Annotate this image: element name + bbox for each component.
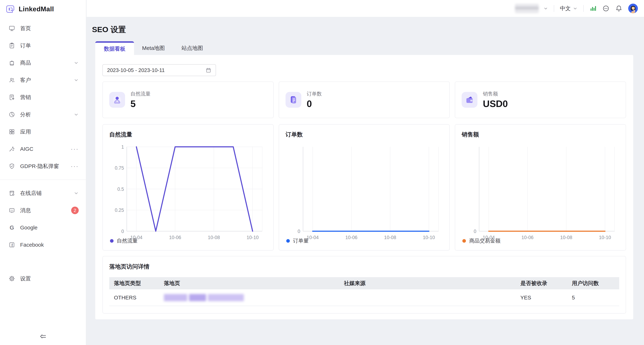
sidebar-nav: 首页 订单 商品 客户 营销 分析 [0, 20, 86, 287]
sidebar-item-customers[interactable]: 客户 [0, 71, 86, 89]
kpi-card-sales: 销售额 USD0 [455, 81, 626, 118]
chevron-down-icon [544, 6, 548, 11]
sidebar-item-label: 客户 [20, 76, 31, 84]
sidebar-item-online-store[interactable]: 在线店铺 [0, 185, 86, 202]
chart-legend: 商品交易金额 [462, 237, 500, 245]
legend-label: 订单量 [293, 237, 309, 245]
svg-text:10-06: 10-06 [345, 235, 358, 240]
marketing-doc-star-icon [8, 94, 15, 100]
smiley-more-icon[interactable] [602, 5, 610, 12]
storefront-icon [8, 190, 15, 196]
landing-page-table: 落地页类型 落地页 社媒来源 是否被收录 用户访问数 OTHERS [109, 277, 619, 306]
language-label: 中文 [560, 5, 571, 12]
chart-title: 订单数 [286, 131, 443, 139]
kpi-label: 订单数 [307, 90, 322, 97]
sidebar-item-products[interactable]: 商品 [0, 54, 86, 71]
sidebar-item-messages[interactable]: 消息 2 [0, 202, 86, 219]
svg-text:0.25: 0.25 [115, 208, 124, 213]
sidebar-item-google[interactable]: G Google [0, 219, 86, 236]
kpi-row: 自然流量 5 订单数 0 [102, 81, 626, 118]
table-header-row: 落地页类型 落地页 社媒来源 是否被收录 用户访问数 [109, 277, 619, 289]
topbar: 中文 [86, 0, 644, 17]
svg-text:G: G [10, 224, 14, 231]
legend-dot [286, 239, 290, 243]
chart-title: 自然流量 [109, 131, 267, 139]
svg-text:10-08: 10-08 [560, 235, 572, 240]
dashboard-panel: 2023-10-05 - 2023-10-11 自然流量 5 [95, 55, 633, 319]
sidebar-item-marketing[interactable]: 营销 [0, 89, 86, 106]
kpi-value: 0 [307, 98, 322, 109]
cell-landing-page [159, 289, 339, 306]
sidebar-item-label: Google [20, 225, 38, 231]
magic-wand-icon [8, 146, 15, 152]
cell-visits: 5 [567, 289, 619, 306]
chart-title: 销售额 [462, 131, 619, 139]
user-icon [109, 92, 125, 108]
logo-row[interactable]: LinkedMall [0, 0, 86, 14]
chevron-down-icon [74, 60, 79, 65]
document-icon [286, 92, 301, 108]
bell-icon[interactable] [615, 5, 622, 12]
sidebar-item-aigc[interactable]: AIGC ··· [0, 140, 86, 158]
table-row: OTHERS YES 5 [109, 289, 619, 306]
landing-page-section-title: 落地页访问详情 [109, 263, 619, 271]
google-icon: G [8, 224, 15, 231]
line-chart-organic-traffic: 00.250.50.75110-0410-0610-0810-10 [109, 140, 267, 241]
language-selector[interactable]: 中文 [560, 5, 578, 12]
svg-text:10-08: 10-08 [384, 235, 396, 240]
unread-count-badge: 2 [71, 207, 79, 214]
sidebar-item-facebook[interactable]: f Facebook [0, 236, 86, 254]
tab-data-dashboard[interactable]: 数据看板 [95, 41, 134, 55]
sidebar-divider [0, 180, 86, 180]
products-bag-icon [8, 60, 15, 66]
app-root: LinkedMall 首页 订单 商品 客户 [0, 0, 644, 345]
svg-text:10-10: 10-10 [423, 235, 435, 240]
legend-dot [462, 239, 466, 243]
svg-text:10-06: 10-06 [169, 235, 181, 240]
svg-text:10-10: 10-10 [246, 235, 258, 240]
sidebar-item-gdpr[interactable]: GDPR-隐私弹窗 ··· [0, 158, 86, 175]
date-range-picker[interactable]: 2023-10-05 - 2023-10-11 [102, 64, 216, 76]
column-header-visits: 用户访问数 [567, 277, 619, 289]
sidebar-item-home[interactable]: 首页 [0, 20, 86, 37]
analytics-pie-icon [8, 111, 15, 118]
cell-indexed: YES [516, 289, 567, 306]
cell-landing-type: OTHERS [109, 289, 159, 306]
date-range-value: 2023-10-05 - 2023-10-11 [107, 67, 164, 73]
sidebar-item-label: 设置 [20, 275, 31, 282]
sidebar-item-label: 订单 [20, 42, 31, 49]
facebook-icon: f [8, 242, 15, 248]
legend-label: 商品交易金额 [469, 237, 500, 245]
kpi-value: USD0 [483, 98, 508, 109]
kpi-value: 5 [130, 98, 150, 109]
landing-page-section: 落地页访问详情 落地页类型 落地页 社媒来源 是否被收录 用户访问数 [102, 256, 626, 314]
chart-legend: 自然流量 [110, 237, 138, 245]
redacted-url [164, 294, 246, 301]
chevron-down-icon [74, 191, 79, 196]
store-name-redacted [515, 4, 539, 13]
more-ellipsis-icon[interactable]: ··· [70, 147, 79, 151]
sidebar-item-analytics[interactable]: 分析 [0, 106, 86, 123]
avatar[interactable] [628, 3, 638, 13]
cell-social-source [339, 289, 516, 306]
tab-meta-map[interactable]: Meta地图 [134, 41, 173, 55]
svg-text:0: 0 [298, 229, 300, 234]
sidebar-item-label: Facebook [20, 242, 44, 248]
sidebar-item-label: 消息 [20, 207, 31, 214]
shield-check-icon [8, 163, 15, 169]
collapse-sidebar-icon [39, 333, 47, 340]
column-header-indexed: 是否被收录 [516, 277, 567, 289]
svg-text:0.75: 0.75 [115, 165, 124, 171]
sidebar-item-apps[interactable]: 应用 [0, 123, 86, 140]
stats-bars-icon[interactable] [590, 5, 596, 12]
chevron-down-icon [573, 6, 578, 11]
line-chart-orders: 010-0410-0610-0810-10 [286, 140, 443, 241]
sidebar-collapse-button[interactable] [39, 333, 47, 341]
tab-sitemap[interactable]: 站点地图 [173, 41, 212, 55]
store-selector[interactable] [515, 4, 548, 13]
more-ellipsis-icon[interactable]: ··· [70, 164, 79, 168]
svg-text:1: 1 [121, 144, 124, 150]
chart-card-sales: 销售额 010-0410-0610-0810-10 商品交易金额 [455, 124, 626, 251]
sidebar-item-orders[interactable]: 订单 [0, 37, 86, 54]
sidebar-item-settings[interactable]: 设置 [0, 270, 86, 287]
